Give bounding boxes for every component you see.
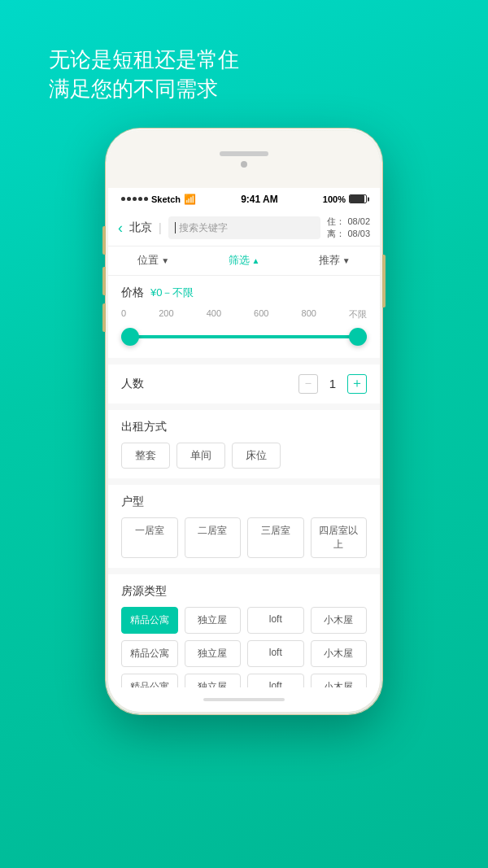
battery-percent: 100% <box>323 194 346 204</box>
tab-recommend-arrow: ▼ <box>342 256 351 265</box>
source-row-2: 精品公寓 独立屋 loft 小木屋 <box>121 674 367 687</box>
source-tag-2-1[interactable]: 独立屋 <box>185 674 242 687</box>
rental-tag-0[interactable]: 整套 <box>121 443 170 469</box>
rental-tag-1[interactable]: 单间 <box>176 443 225 469</box>
dot5 <box>144 197 148 201</box>
hero-section: 无论是短租还是常住 满足您的不同需求 <box>0 45 488 104</box>
battery-icon <box>349 194 367 203</box>
rental-type-tags: 整套 单间 床位 <box>121 443 367 469</box>
tab-recommend-label: 推荐 <box>319 253 340 268</box>
camera <box>241 161 247 168</box>
wifi-icon: 📶 <box>184 194 196 205</box>
source-tag-2-3[interactable]: 小木屋 <box>311 674 368 687</box>
decrement-button[interactable]: － <box>298 374 318 394</box>
search-placeholder: 搜索关键字 <box>179 221 228 235</box>
scale-400: 400 <box>207 308 221 321</box>
tab-recommend[interactable]: 推荐 ▼ <box>319 253 351 268</box>
price-title: 价格 <box>121 286 144 300</box>
minus-icon: － <box>302 375 315 392</box>
check-out-date: 08/03 <box>347 229 370 238</box>
tab-location-label: 位置 <box>137 253 159 268</box>
room-tag-2[interactable]: 三居室 <box>247 517 304 558</box>
phone-inner: Sketch 📶 9:41 AM 100% ‹ 北京 | <box>108 131 380 712</box>
source-tag-2-0[interactable]: 精品公寓 <box>121 674 178 687</box>
source-tag-0-0[interactable]: 精品公寓 <box>121 607 178 634</box>
filter-tabs: 位置 ▼ 筛选 ▲ 推荐 ▼ <box>108 246 380 276</box>
slider-track <box>121 335 367 338</box>
status-left: Sketch 📶 <box>121 194 196 205</box>
back-arrow-icon[interactable]: ‹ <box>118 220 123 237</box>
price-title-row: 价格 ¥0－不限 <box>121 286 367 300</box>
check-out-label: 离： <box>327 229 345 238</box>
dot3 <box>133 197 137 201</box>
dot4 <box>138 197 142 201</box>
tab-filter-arrow: ▲ <box>252 256 260 265</box>
screen: Sketch 📶 9:41 AM 100% ‹ 北京 | <box>108 131 380 712</box>
rental-type-title: 出租方式 <box>121 420 367 434</box>
phone-mockup: Sketch 📶 9:41 AM 100% ‹ 北京 | <box>106 129 382 714</box>
dot1 <box>121 197 125 201</box>
carrier-name: Sketch <box>151 194 181 204</box>
source-tag-1-3[interactable]: 小木屋 <box>311 640 368 667</box>
status-bar: Sketch 📶 9:41 AM 100% <box>108 188 380 211</box>
source-row-1: 精品公寓 独立屋 loft 小木屋 <box>121 640 367 667</box>
price-section: 价格 ¥0－不限 0 200 400 600 800 不限 <box>108 276 380 358</box>
room-tag-3[interactable]: 四居室以上 <box>311 517 368 558</box>
price-slider[interactable] <box>121 325 367 348</box>
filter-content: 价格 ¥0－不限 0 200 400 600 800 不限 <box>108 276 380 687</box>
check-in-label: 住： <box>327 216 345 226</box>
home-bar <box>203 698 285 701</box>
date-info: 住： 08/02 离： 08/03 <box>327 216 370 241</box>
check-out: 离： 08/03 <box>327 228 370 240</box>
source-type-title: 房源类型 <box>121 584 367 599</box>
source-tag-2-2[interactable]: loft <box>247 674 304 687</box>
room-type-title: 户型 <box>121 495 367 509</box>
scale-max: 不限 <box>349 308 367 321</box>
status-time: 9:41 AM <box>241 194 278 205</box>
source-tag-0-3[interactable]: 小木屋 <box>311 607 368 634</box>
search-bar: ‹ 北京 | 搜索关键字 住： 08/02 离： 08 <box>108 211 380 246</box>
separator: | <box>159 221 162 234</box>
people-title: 人数 <box>121 377 144 391</box>
phone-top <box>108 131 380 188</box>
people-value: 1 <box>329 377 336 390</box>
phone-shell: Sketch 📶 9:41 AM 100% ‹ 北京 | <box>106 129 382 714</box>
plus-icon: ＋ <box>351 375 364 392</box>
hero-line1: 无论是短租还是常住 <box>49 47 239 72</box>
text-cursor <box>175 222 176 233</box>
status-right: 100% <box>323 194 367 204</box>
increment-button[interactable]: ＋ <box>347 374 367 394</box>
scale-0: 0 <box>121 308 126 321</box>
signal-dots <box>121 197 148 201</box>
source-tag-1-2[interactable]: loft <box>247 640 304 667</box>
scale-200: 200 <box>159 308 173 321</box>
home-indicator <box>108 687 380 712</box>
slider-thumb-left[interactable] <box>121 328 139 346</box>
price-scale: 0 200 400 600 800 不限 <box>121 308 367 321</box>
rental-tag-2[interactable]: 床位 <box>232 443 281 469</box>
tab-filter-label: 筛选 <box>229 253 250 268</box>
room-type-tags: 一居室 二居室 三居室 四居室以上 <box>121 517 367 558</box>
dot2 <box>127 197 131 201</box>
room-tag-1[interactable]: 二居室 <box>185 517 242 558</box>
tab-filter[interactable]: 筛选 ▲ <box>229 253 260 268</box>
slider-thumb-right[interactable] <box>349 328 367 346</box>
check-in: 住： 08/02 <box>327 216 370 228</box>
city-label: 北京 <box>129 220 152 235</box>
source-tag-1-1[interactable]: 独立屋 <box>185 640 242 667</box>
scale-800: 800 <box>302 308 316 321</box>
source-tag-0-2[interactable]: loft <box>247 607 304 634</box>
room-type-section: 户型 一居室 二居室 三居室 四居室 <box>108 485 380 568</box>
speaker <box>220 151 268 156</box>
battery-fill <box>350 195 364 203</box>
search-input[interactable]: 搜索关键字 <box>168 216 321 239</box>
rental-type-section: 出租方式 整套 单间 床位 <box>108 410 380 478</box>
source-tag-0-1[interactable]: 独立屋 <box>185 607 242 634</box>
hero-line2: 满足您的不同需求 <box>49 76 218 101</box>
check-in-date: 08/02 <box>347 216 370 226</box>
source-row-0: 精品公寓 独立屋 loft 小木屋 <box>121 607 367 634</box>
tab-location[interactable]: 位置 ▼ <box>137 253 169 268</box>
scale-600: 600 <box>254 308 268 321</box>
room-tag-0[interactable]: 一居室 <box>121 517 178 558</box>
source-tag-1-0[interactable]: 精品公寓 <box>121 640 178 667</box>
